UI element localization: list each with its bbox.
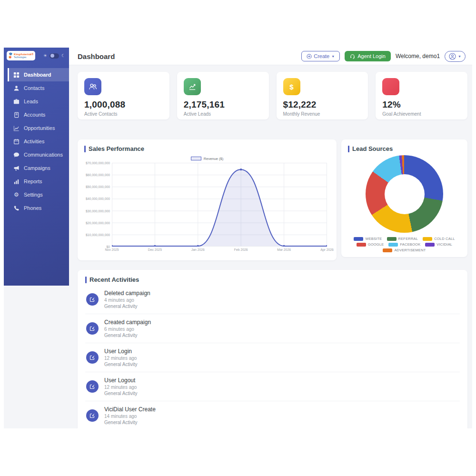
stat-label: Monthly Revenue [283,111,362,117]
lead-sources-donut [366,155,443,233]
person-circle-icon [449,53,456,60]
recent-activities-panel: Recent Activities Deleted campaign4 minu… [78,270,467,428]
briefcase-icon [13,99,20,105]
x-axis: Nov 2025Dec 2025Jan 2026Feb 2026Mar 2026… [112,248,327,254]
sidebar-item-reports[interactable]: Reports [4,175,69,188]
agent-login-button[interactable]: Agent Login [345,51,391,61]
stat-value: $12,222 [283,99,362,110]
topbar: Dashboard Create ▼ Agent Login Welcome, … [69,48,472,65]
stat-card-active-leads: 2,175,161 Active Leads [177,72,269,119]
legend-item: COLD CALL [423,237,455,241]
megaphone-icon [13,165,20,171]
phone-icon [13,205,20,211]
sales-chart: Revenue ($) $70,000,000,000$60,000,000,0… [84,155,330,254]
activity-row: Created campaign6 minutes agoGeneral Act… [85,314,460,343]
moon-icon: ☾ [61,54,65,58]
stat-cards: 1,000,088 Active Contacts 2,175,161 Acti… [78,72,467,119]
calendar-icon [13,139,20,145]
sidebar-item-phones[interactable]: Phones [4,201,69,215]
legend-item: VICIDIAL [425,242,452,247]
plus-circle-icon [307,54,312,59]
brand-logo: ♚✱ KingAsterisk® Technologies [7,51,35,60]
crown-asterisk-icon: ♚✱ [9,52,12,60]
stat-value: 2,175,161 [184,99,262,110]
plot-area [112,163,327,247]
grid-icon [13,72,20,78]
caret-down-icon: ▼ [458,55,461,58]
page-title: Dashboard [78,52,115,60]
stat-label: Active Leads [184,111,262,117]
chart-legend: Revenue ($) [84,155,330,162]
stat-card-active-contacts: 1,000,088 Active Contacts [78,72,169,119]
sidebar-item-communications[interactable]: Communications [4,148,69,161]
sidebar: ♚✱ KingAsterisk® Technologies ☀ ☾ Dashbo… [4,48,69,286]
user-menu-button[interactable]: ▼ [445,51,466,62]
activity-note-icon [86,293,99,306]
sidebar-item-campaigns[interactable]: Campaigns [4,161,69,175]
stat-card-monthly-revenue: $ $12,222 Monthly Revenue [277,72,368,119]
chat-icon [13,152,20,158]
bar-chart-icon [13,178,20,185]
brand-name: KingAsterisk® [14,53,33,56]
sun-icon: ☀ [43,54,47,58]
sidebar-item-activities[interactable]: Activities [4,135,69,148]
theme-toggle[interactable] [50,53,59,59]
gear-icon: ⚙ [13,192,20,198]
stat-card-goal-achievement: 12% Goal Achievement [376,72,467,119]
legend-item: GOOGLE [357,242,384,247]
activity-note-icon [86,409,99,422]
panel-title: Sales Performance [84,145,330,152]
brand-subtitle: Technologies [14,56,33,59]
sidebar-item-settings[interactable]: ⚙ Settings [4,188,69,201]
y-axis: $70,000,000,000$60,000,000,000$50,000,00… [84,163,112,247]
sidebar-item-leads[interactable]: Leads [4,95,69,108]
legend-label: Revenue ($) [204,157,223,161]
lead-sources-panel: Lead Sources WEBSITE REFERRAL COLD CALL … [341,139,467,257]
goal-icon [382,78,399,95]
person-icon [13,85,20,91]
stat-value: 1,000,088 [84,99,163,110]
create-button[interactable]: Create ▼ [301,51,340,61]
main-content: 1,000,088 Active Contacts 2,175,161 Acti… [69,65,472,428]
activity-row: Deleted campaign4 minutes agoGeneral Act… [85,285,460,314]
stat-label: Goal Achievement [382,111,461,117]
activity-note-icon [86,351,99,364]
welcome-text: Welcome, demo1 [396,53,440,60]
caret-down-icon: ▼ [331,55,335,58]
panel-title: Recent Activities [85,276,460,283]
stat-label: Active Contacts [84,111,163,117]
graph-up-icon [184,78,201,95]
sidebar-item-accounts[interactable]: Accounts [4,108,69,121]
legend-item: WEBSITE [354,237,382,241]
activity-row: ViciDial User Create14 minutes agoGenera… [85,401,460,428]
crm-app: ♚✱ KingAsterisk® Technologies ☀ ☾ Dashbo… [4,48,472,428]
headset-icon [350,54,355,59]
activity-list: Deleted campaign4 minutes agoGeneral Act… [85,285,460,428]
activity-note-icon [86,322,99,335]
trend-chart-icon [13,125,20,131]
dollar-icon: $ [283,78,300,95]
sidebar-item-opportunities[interactable]: Opportunities [4,121,69,135]
legend-swatch [191,157,201,160]
activity-row: User Login12 minutes agoGeneral Activity [85,343,460,372]
activity-note-icon [86,380,99,393]
sidebar-item-contacts[interactable]: Contacts [4,81,69,95]
sidebar-menu: Dashboard Contacts Leads Accounts Opport… [4,68,69,215]
people-icon [84,78,101,95]
donut-legend: WEBSITE REFERRAL COLD CALL GOOGLE FACEBO… [350,237,459,252]
activity-row: User Logout12 minutes agoGeneral Activit… [85,372,460,401]
legend-item: FACEBOOK [388,242,420,247]
panel-title: Lead Sources [348,145,461,152]
legend-item: ADVERTISEMENT [383,248,426,252]
stat-value: 12% [382,99,461,110]
sales-performance-panel: Sales Performance Revenue ($) $70,000,00… [78,139,337,260]
legend-item: REFERRAL [387,237,418,241]
journal-icon [13,112,20,118]
sidebar-item-dashboard[interactable]: Dashboard [8,68,69,81]
